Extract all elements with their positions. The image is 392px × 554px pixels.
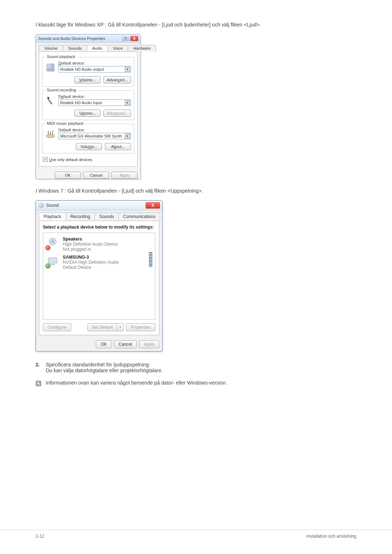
group-label: Sound playback (45, 54, 77, 59)
use-only-default-checkbox[interactable]: ✓ Use only default devices (43, 157, 134, 162)
recording-volume-button[interactable]: Volume... (74, 110, 101, 117)
device-status: Not plugged in (63, 247, 118, 252)
use-only-default-label: Use only default devices (49, 157, 92, 162)
cancel-button[interactable]: Cancel (83, 172, 109, 179)
playback-advanced-button[interactable]: Advanced... (103, 76, 131, 83)
xp-titlebar: Sounds and Audio Devices Properties ? X (36, 34, 140, 43)
device-desc: High Definition Audio Device (63, 242, 118, 247)
apply-button: Apply (139, 340, 159, 348)
properties-button: Properties (126, 323, 155, 331)
tab-sounds[interactable]: Sounds (94, 213, 119, 221)
ok-button[interactable]: OK (55, 172, 81, 179)
chevron-down-icon: ▼ (125, 100, 130, 105)
note-text: Informationen ovan kan variera något ber… (46, 380, 227, 386)
tab-hardware[interactable]: Hardware (128, 45, 156, 52)
recording-device-dropdown[interactable]: Realtek HD Audio Input ▼ (58, 99, 131, 106)
speaker-icon (45, 61, 56, 74)
cancel-button[interactable]: Cancel (114, 340, 137, 348)
device-name: SAMSUNG-3 (63, 255, 119, 260)
midi-icon (45, 128, 56, 141)
tab-playback[interactable]: Playback (39, 213, 66, 221)
group-midi-playback: MIDI music playback Default device: Micr… (42, 124, 134, 153)
default-device-label: Default device: (58, 94, 131, 99)
win7-dialog: Sound X Playback Recording Sounds Commun… (36, 200, 163, 352)
svg-rect-3 (50, 132, 51, 135)
section-title: Installation och anslutning (306, 534, 356, 539)
tab-sounds[interactable]: Sounds (63, 45, 87, 52)
midi-about-button[interactable]: About... (105, 143, 131, 150)
win7-title: Sound (46, 203, 59, 208)
device-item[interactable]: Speakers High Definition Audio Device No… (45, 235, 153, 253)
info-note: ✎ Informationen ovan kan variera något b… (36, 380, 356, 386)
midi-device-dropdown[interactable]: Microsoft GS Wavetable SW Synth ▼ (58, 133, 131, 139)
ok-button[interactable]: OK (96, 340, 111, 348)
help-button[interactable]: ? (122, 36, 130, 41)
svg-point-0 (47, 97, 49, 99)
page-footer: 2-12 Installation och anslutning (0, 530, 392, 546)
intro-win7: I Windows 7 : Gå till Kontrollpanelen - … (36, 188, 356, 194)
step-2: 2. Specificera standardenhet för ljudupp… (36, 362, 356, 373)
device-item[interactable]: SAMSUNG-3 NVIDIA High Definition Audio D… (45, 253, 153, 271)
apply-button: Apply (111, 172, 138, 179)
group-label: MIDI music playback (45, 121, 85, 126)
xp-tabs: Volume Sounds Audio Voice Hardware (36, 43, 140, 52)
default-device-label: Default device: (58, 61, 131, 65)
tab-volume[interactable]: Volume (39, 45, 63, 52)
chevron-down-icon: ▼ (125, 67, 130, 72)
recording-device-value: Realtek HD Audio Input (60, 100, 102, 105)
default-device-label: Default device: (58, 128, 131, 132)
unplugged-badge-icon (45, 245, 50, 250)
note-icon: ✎ (36, 381, 41, 386)
device-desc: NVIDIA High Definition Audio (63, 260, 119, 265)
tab-recording[interactable]: Recording (66, 213, 95, 221)
recording-advanced-button: Advanced... (103, 110, 131, 117)
set-default-button: Set Default ▼ (87, 323, 124, 331)
group-sound-recording: Sound recording Default device: Realtek … (42, 90, 134, 120)
tab-voice[interactable]: Voice (107, 45, 128, 52)
page-number: 2-12 (36, 534, 44, 539)
group-label: Sound recording (45, 88, 78, 92)
device-status: Default Device (63, 265, 119, 270)
group-sound-playback: Sound playback Default device: Realtek H… (42, 57, 134, 87)
sound-icon (38, 202, 44, 208)
intro-xp: I klassikt läge för Windows XP : Gå till… (36, 22, 356, 28)
step-line1: Specificera standardenhet för ljuduppspe… (46, 362, 163, 368)
xp-dialog: Sounds and Audio Devices Properties ? X … (36, 34, 141, 179)
midi-device-value: Microsoft GS Wavetable SW Synth (60, 134, 122, 138)
win7-tabs: Playback Recording Sounds Communications (36, 210, 162, 221)
level-meter-icon (149, 252, 152, 267)
configure-button: Configure (43, 323, 71, 331)
svg-point-1 (46, 134, 55, 138)
device-icon (46, 237, 59, 250)
close-button[interactable]: X (130, 36, 138, 41)
playback-device-value: Realtek HD Audio output (60, 67, 104, 71)
instruction-text: Select a playback device below to modify… (43, 225, 155, 230)
tab-communications[interactable]: Communications (118, 213, 160, 221)
midi-volume-button[interactable]: Volume... (76, 143, 102, 150)
step-number: 2. (36, 362, 42, 373)
playback-volume-button[interactable]: Volume... (74, 76, 101, 83)
default-badge-icon (45, 263, 50, 268)
chevron-down-icon: ▼ (117, 325, 123, 329)
microphone-icon (45, 94, 56, 107)
svg-rect-4 (52, 130, 53, 135)
win7-titlebar: Sound X (36, 201, 162, 210)
chevron-down-icon: ▼ (125, 134, 130, 139)
svg-point-6 (51, 240, 54, 243)
tab-audio[interactable]: Audio (87, 45, 108, 52)
playback-device-dropdown[interactable]: Realtek HD Audio output ▼ (58, 66, 131, 73)
step-line2: Du kan välja datorhögtalare eller projek… (46, 368, 163, 373)
device-list: Speakers High Definition Audio Device No… (43, 233, 155, 320)
svg-rect-7 (48, 258, 57, 263)
svg-rect-2 (48, 131, 49, 135)
xp-title: Sounds and Audio Devices Properties (38, 36, 105, 41)
checkmark-icon: ✓ (43, 157, 48, 162)
device-name: Speakers (63, 237, 118, 242)
close-button[interactable]: X (146, 202, 160, 209)
device-icon (46, 255, 59, 268)
svg-rect-8 (50, 264, 55, 265)
